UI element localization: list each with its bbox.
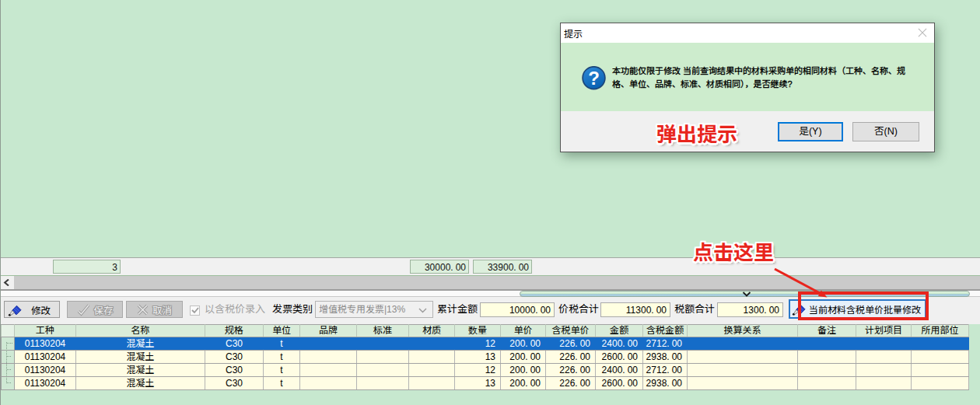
svg-text:?: ? — [588, 68, 600, 89]
